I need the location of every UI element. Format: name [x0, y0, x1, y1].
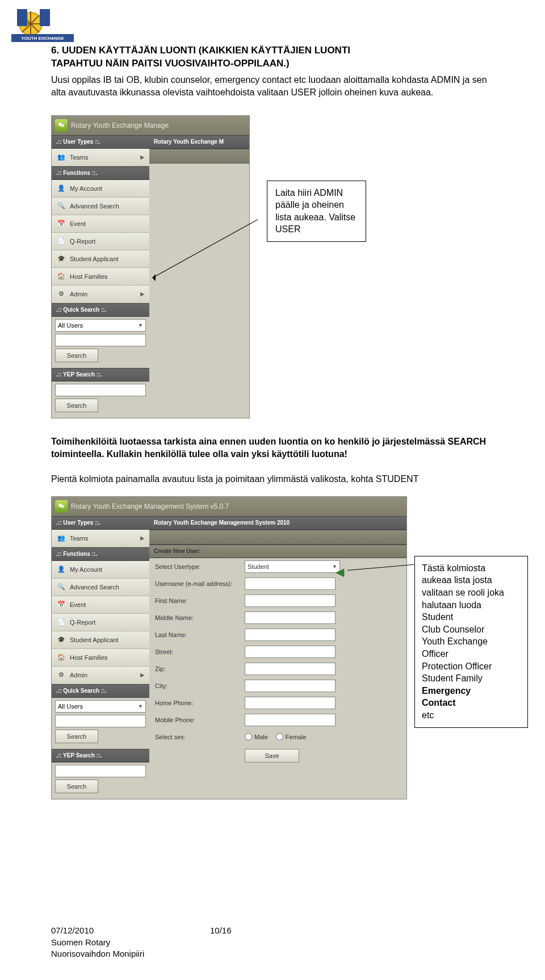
label-zip: Zip: — [155, 665, 245, 672]
sidebar-item-admin[interactable]: ⚙Admin▶ — [52, 667, 149, 684]
callout-line: Youth Exchange — [422, 636, 488, 646]
main-panel-1: Rotary Youth Exchange M — [149, 135, 249, 418]
select-value: All Users — [58, 322, 83, 329]
callout-line: Club Counselor — [422, 625, 484, 634]
radio-female[interactable]: Female — [276, 733, 307, 740]
section-intro: Uusi oppilas IB tai OB, klubin counselor… — [51, 74, 494, 99]
sidebar-item-admin[interactable]: ⚙Admin▶ — [52, 286, 149, 303]
pointer-triangle-icon: ◀ — [336, 565, 344, 579]
form-row-sex: Select sex: Male Female — [149, 728, 406, 746]
label: Teams — [70, 535, 88, 542]
sidebar-header-usertypes: .:: User Types ::. — [52, 135, 149, 149]
sidebar-header-yep: .:: YEP Search ::. — [52, 749, 149, 763]
sidebar-item-teams[interactable]: 👥 Teams ▶ — [52, 530, 149, 547]
report-icon: 📄 — [56, 617, 66, 627]
callout-line: USER — [275, 224, 300, 234]
usertype-select[interactable]: Student▼ — [245, 560, 340, 573]
callout-line: Officer — [422, 649, 448, 659]
yep-search-input[interactable] — [55, 765, 146, 777]
sidebar-item-my-account[interactable]: 👤My Account — [52, 561, 149, 579]
gear-icon: ⚙ — [56, 289, 66, 299]
page-footer: 07/12/2010 10/16 Suomen Rotary Nuorisova… — [51, 925, 144, 960]
para-text-bold: Kullakin henkilöllä tulee olla vain yksi… — [107, 449, 347, 459]
label: Event — [70, 601, 86, 608]
form-row-homephone: Home Phone: — [149, 694, 406, 711]
search-button-yep[interactable]: Search — [55, 780, 98, 793]
search-button-quick[interactable]: Search — [55, 730, 98, 743]
label-usertype: Select Usertype: — [155, 563, 245, 570]
sidebar-header-quick: .:: Quick Search ::. — [52, 684, 149, 698]
callout-line: Protection Officer — [422, 661, 492, 671]
label: Advanced Search — [70, 203, 119, 210]
save-button[interactable]: Save — [245, 749, 299, 763]
home-icon: 🏠 — [56, 271, 66, 282]
section-heading: 6. UUDEN KÄYTTÄJÄN LUONTI (KAIKKIEN KÄYT… — [51, 44, 494, 70]
calendar-icon: 📅 — [56, 600, 66, 610]
label: Event — [70, 220, 86, 227]
yep-search-input[interactable] — [55, 384, 146, 396]
mobile-input[interactable] — [245, 714, 336, 726]
city-input[interactable] — [245, 680, 336, 692]
select-value: All Users — [58, 703, 83, 710]
sidebar-header-functions: .:: Functions ::. — [52, 547, 149, 561]
quick-search-input[interactable] — [55, 334, 146, 346]
app-titlebar-1: Rotary Youth Exchange Manage — [52, 116, 249, 135]
callout-admin-user: Laita hiiri ADMIN päälle ja oheinen list… — [267, 181, 366, 242]
username-input[interactable] — [245, 577, 336, 590]
sidebar-item-advanced-search[interactable]: 🔍Advanced Search — [52, 198, 149, 215]
all-users-select[interactable]: All Users▼ — [55, 700, 146, 713]
screenshot-1: Rotary Youth Exchange Manage .:: User Ty… — [51, 115, 250, 418]
sidebar-1: .:: User Types ::. 👥 Teams ▶ .:: Functio… — [52, 135, 149, 418]
callout-line: Student — [422, 612, 453, 622]
callout-line: etc — [422, 710, 434, 720]
user-icon: 👤 — [56, 183, 66, 194]
all-users-select[interactable]: All Users▼ — [55, 319, 146, 332]
label-street: Street: — [155, 648, 245, 655]
form-row-username: Username (e-mail address): — [149, 575, 406, 592]
homephone-input[interactable] — [245, 697, 336, 709]
search-icon: 🔍 — [56, 201, 66, 211]
callout-line: Emergency — [422, 686, 471, 696]
middlename-input[interactable] — [245, 612, 336, 624]
sidebar-item-host-families[interactable]: 🏠Host Families — [52, 268, 149, 286]
label-homephone: Home Phone: — [155, 700, 245, 706]
radio-male[interactable]: Male — [245, 733, 268, 740]
zip-input[interactable] — [245, 663, 336, 675]
callout-line: halutaan luoda — [422, 600, 481, 610]
sidebar-item-host-families[interactable]: 🏠Host Families — [52, 649, 149, 667]
sidebar-item-qreport[interactable]: 📄Q-Report — [52, 233, 149, 250]
panel-heading-create-user: Create New User: — [149, 545, 406, 558]
label: Teams — [70, 154, 88, 161]
sidebar-item-advanced-search[interactable]: 🔍Advanced Search — [52, 579, 149, 596]
chevron-down-icon: ▼ — [138, 323, 143, 328]
footer-date: 07/12/2010 — [51, 925, 94, 935]
sidebar-item-event[interactable]: 📅Event — [52, 215, 149, 233]
lastname-input[interactable] — [245, 629, 336, 641]
mid-paragraph-1: Toimihenkilöitä luotaessa tarkista aina … — [51, 435, 494, 461]
sidebar-header-usertypes: .:: User Types ::. — [52, 516, 149, 530]
main-header-1: Rotary Youth Exchange M — [149, 135, 249, 149]
app-icon — [55, 119, 68, 132]
firstname-input[interactable] — [245, 594, 336, 607]
student-icon: 🎓 — [56, 635, 66, 645]
chevron-right-icon: ▶ — [140, 535, 145, 541]
label: My Account — [70, 185, 102, 192]
chevron-right-icon: ▶ — [140, 154, 145, 160]
search-button-quick[interactable]: Search — [55, 349, 98, 362]
sidebar-item-teams[interactable]: 👥 Teams ▶ — [52, 149, 149, 166]
street-input[interactable] — [245, 646, 336, 658]
sidebar-item-event[interactable]: 📅Event — [52, 596, 149, 614]
form-row-lastname: Last Name: — [149, 626, 406, 643]
label: My Account — [70, 566, 102, 573]
sidebar-item-qreport[interactable]: 📄Q-Report — [52, 614, 149, 631]
sidebar-item-student-applicant[interactable]: 🎓Student Applicant — [52, 250, 149, 268]
label: Advanced Search — [70, 584, 119, 590]
sidebar-item-my-account[interactable]: 👤My Account — [52, 180, 149, 198]
logo-banner-text: YOUTH EXCHANGE — [21, 36, 64, 41]
quick-search-input[interactable] — [55, 715, 146, 727]
form-row-middlename: Middle Name: — [149, 609, 406, 626]
rotary-logo: YOUTH EXCHANGE — [11, 7, 74, 43]
sidebar-item-student-applicant[interactable]: 🎓Student Applicant — [52, 631, 149, 649]
sub-band-2 — [149, 530, 406, 545]
search-button-yep[interactable]: Search — [55, 399, 98, 412]
